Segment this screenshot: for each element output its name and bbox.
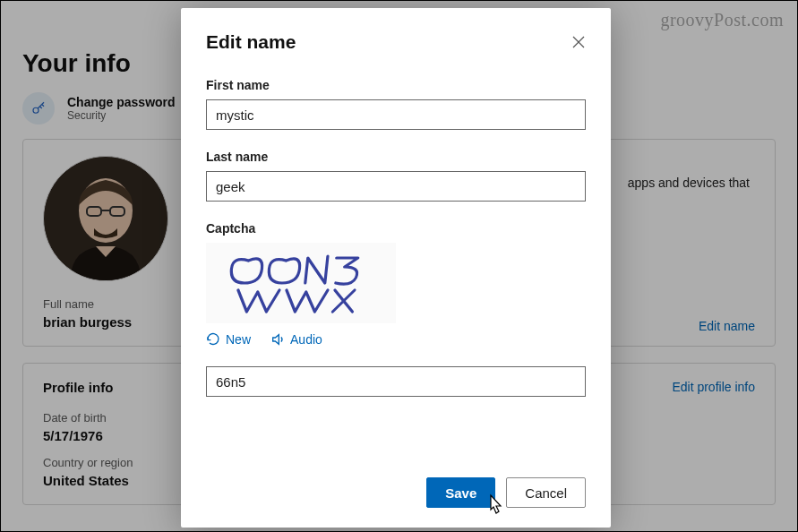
close-button[interactable] (570, 33, 588, 51)
captcha-new-link[interactable]: New (206, 332, 251, 347)
save-button[interactable]: Save (426, 477, 495, 508)
captcha-input[interactable] (206, 366, 586, 397)
captcha-image (206, 243, 396, 323)
captcha-audio-label: Audio (290, 332, 322, 347)
refresh-icon (206, 332, 220, 347)
cancel-button[interactable]: Cancel (506, 477, 586, 508)
dialog-title: Edit name (206, 31, 586, 53)
captcha-label: Captcha (206, 221, 586, 236)
edit-name-dialog: Edit name First name Last name Captcha N… (181, 8, 611, 528)
first-name-label: First name (206, 78, 586, 92)
first-name-input[interactable] (206, 99, 586, 130)
captcha-new-label: New (226, 332, 251, 347)
close-icon (572, 36, 585, 48)
last-name-input[interactable] (206, 171, 586, 202)
dialog-button-row: Save Cancel (426, 477, 586, 508)
last-name-label: Last name (206, 150, 586, 164)
captcha-audio-link[interactable]: Audio (270, 332, 322, 347)
audio-icon (270, 332, 285, 347)
